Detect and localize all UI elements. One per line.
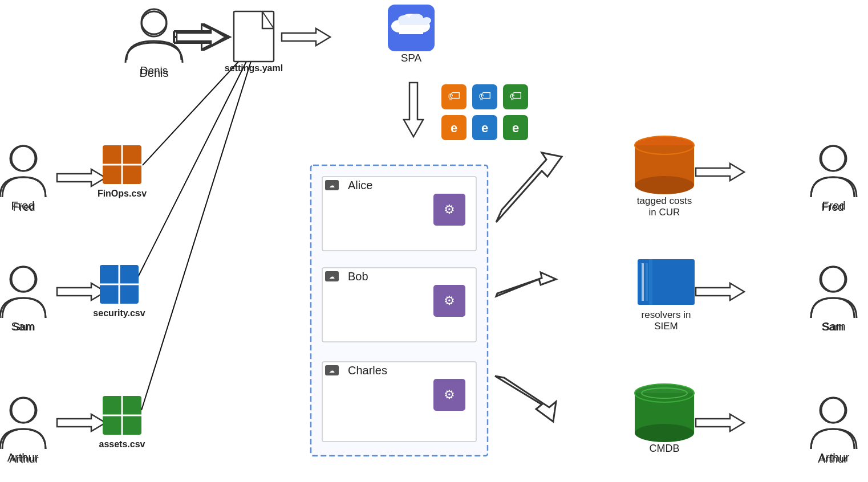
svg-marker-37 [696, 283, 744, 300]
arrow-to-cmdb [495, 376, 556, 422]
svg-text:assets.csv: assets.csv [99, 439, 145, 449]
line-assets-settings [141, 54, 253, 410]
person-icon-arthur-right: Arthur [811, 398, 854, 465]
arrow-arthur-assets [57, 414, 106, 431]
svg-rect-80 [646, 263, 648, 301]
bob-label: Bob [348, 270, 368, 283]
settings-yaml-icon: settings.yaml [225, 11, 283, 73]
line-security-settings [137, 52, 251, 279]
architecture-diagram: Denis Fred Sam Arthur Fred [0, 0, 868, 482]
main-svg: ☁ Alice ☁ Bob ☁ Charles ⚙ ⚙ ⚙ [0, 0, 868, 482]
svg-text:e: e [451, 121, 457, 135]
person-icon-sam-right: Sam [811, 267, 854, 333]
arrow-fred-finops [57, 169, 106, 186]
svg-marker-26 [404, 83, 423, 137]
person-icon-sam-left: Sam [2, 267, 46, 333]
assets-csv-icon: assets.csv [99, 396, 145, 449]
tagged-costs-icon: tagged costs in CUR [635, 136, 694, 218]
svg-point-39 [141, 9, 167, 34]
svg-rect-79 [642, 263, 644, 301]
svg-marker-36 [696, 164, 744, 181]
svg-text:🏷: 🏷 [478, 89, 491, 103]
svg-rect-52 [399, 18, 428, 25]
resolvers-icon: resolvers in SIEM [638, 259, 695, 332]
svg-marker-23 [57, 169, 106, 186]
svg-text:resolvers in: resolvers in [642, 309, 691, 320]
arrow-cmdb-arthur [696, 414, 744, 431]
svg-point-96 [820, 146, 845, 171]
svg-text:☁: ☁ [329, 273, 335, 280]
spa-icon: SPA [388, 5, 435, 64]
svg-text:Fred: Fred [821, 201, 843, 213]
svg-point-98 [820, 267, 845, 292]
svg-marker-33 [496, 153, 562, 222]
svg-marker-38 [696, 414, 744, 431]
arrow-spa-down [404, 83, 423, 137]
svg-text:SPA: SPA [401, 52, 422, 64]
alice-label: Alice [348, 179, 372, 191]
arrow-settings-spa [282, 28, 330, 46]
charles-label: Charles [348, 364, 387, 377]
svg-text:Fred: Fred [13, 201, 35, 213]
cmdb-icon: CMDB [635, 384, 694, 454]
svg-point-90 [11, 146, 36, 171]
arrow-resolvers-sam [696, 283, 744, 300]
finops-csv-icon: FinOps.csv [98, 145, 147, 198]
svg-text:in CUR: in CUR [649, 207, 680, 218]
svg-text:FinOps.csv: FinOps.csv [98, 189, 147, 198]
arrow-denis-settings [177, 28, 225, 46]
person-icon-fred-left: Fred [2, 146, 46, 213]
svg-text:🏷: 🏷 [448, 89, 460, 103]
svg-text:CMDB: CMDB [650, 443, 680, 454]
svg-text:⚙: ⚙ [444, 293, 455, 308]
svg-marker-35 [495, 376, 556, 422]
svg-text:Sam: Sam [13, 321, 35, 333]
person-icon-arthur-left: Arthur [2, 398, 46, 465]
person-icon-denis: Denis [127, 9, 181, 76]
svg-text:☁: ☁ [329, 367, 335, 374]
svg-point-100 [820, 398, 845, 423]
svg-marker-34 [496, 272, 556, 296]
svg-point-86 [635, 424, 694, 442]
svg-marker-24 [57, 283, 106, 300]
security-csv-icon: security.csv [93, 265, 145, 318]
svg-point-74 [635, 176, 694, 194]
svg-text:Arthur: Arthur [9, 453, 39, 465]
person-icon-fred-right: Fred [811, 146, 854, 213]
arrow-taggedcosts-fred [696, 164, 744, 181]
svg-text:⚙: ⚙ [444, 387, 455, 402]
svg-point-94 [11, 398, 36, 423]
svg-text:Arthur: Arthur [818, 453, 847, 465]
svg-point-92 [11, 267, 36, 292]
svg-text:SIEM: SIEM [654, 321, 678, 332]
svg-text:Sam: Sam [821, 321, 843, 333]
svg-text:☁: ☁ [329, 182, 335, 189]
svg-text:⚙: ⚙ [444, 202, 455, 217]
svg-text:🏷: 🏷 [509, 89, 522, 103]
svg-text:tagged costs: tagged costs [637, 195, 692, 206]
svg-marker-25 [57, 414, 106, 431]
arrow-to-resolvers [496, 272, 556, 296]
svg-text:settings.yaml: settings.yaml [225, 63, 283, 73]
arrow-sam-security [57, 283, 106, 300]
svg-text:e: e [512, 121, 519, 135]
svg-rect-81 [649, 259, 652, 305]
arrow-to-tagged-costs [496, 153, 562, 222]
svg-marker-22 [282, 28, 330, 46]
svg-text:Denis: Denis [140, 64, 168, 76]
svg-text:e: e [481, 121, 488, 135]
svg-rect-48 [399, 25, 423, 34]
svg-marker-21 [177, 28, 225, 46]
svg-text:security.csv: security.csv [93, 308, 145, 318]
